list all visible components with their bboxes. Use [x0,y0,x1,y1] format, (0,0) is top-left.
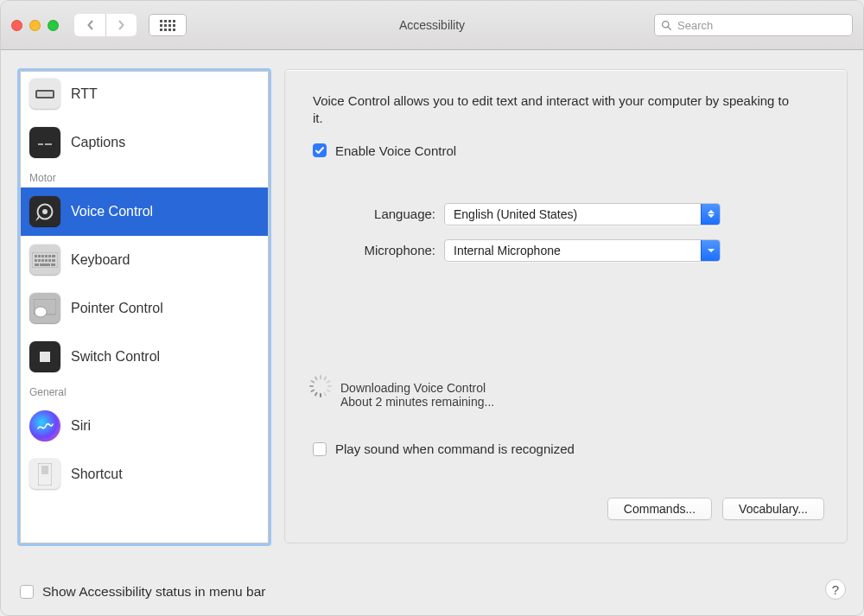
minimize-button[interactable] [29,20,41,31]
search-field[interactable] [654,14,853,36]
sidebar-item-keyboard[interactable]: Keyboard [21,236,268,284]
svg-rect-30 [41,466,48,474]
svg-rect-10 [35,255,37,257]
vocabulary-button[interactable]: Vocabulary... [722,498,824,520]
sidebar-scroll: RTT Captions Motor Voice Control [21,72,268,543]
svg-rect-20 [48,259,51,262]
language-select[interactable]: English (United States) [444,203,721,225]
microphone-select[interactable]: Internal Microphone [444,239,721,262]
content-area: RTT Captions Motor Voice Control [1,50,863,567]
svg-rect-17 [38,259,41,262]
download-title: Downloading Voice Control [340,381,494,395]
sidebar-item-switch-control[interactable]: Switch Control [21,333,268,381]
sidebar-item-label: Switch Control [71,349,160,365]
switch-control-icon [29,341,60,372]
enable-voice-control-checkbox[interactable] [313,143,327,157]
sidebar-item-captions[interactable]: Captions [21,118,268,167]
shortcut-icon [29,459,60,490]
window-controls [11,20,59,31]
chevron-down-icon [701,240,720,261]
rtt-icon [29,79,60,110]
sidebar-section-general: General [21,381,268,402]
svg-rect-14 [48,255,51,257]
footer: Show Accessibility status in menu bar [1,567,863,616]
language-value: English (United States) [454,207,577,221]
checkmark-icon [314,145,325,156]
svg-rect-16 [35,259,37,262]
grid-icon [160,20,175,31]
captions-icon [29,127,60,158]
sidebar-item-label: Captions [71,135,125,150]
svg-rect-22 [35,264,39,266]
svg-rect-12 [41,255,44,257]
chevron-right-icon [118,20,125,30]
sidebar-item-label: Siri [71,418,91,434]
sidebar-item-label: RTT [71,86,98,102]
sidebar-item-shortcut[interactable]: Shortcut [21,450,268,499]
voice-control-settings-form: Language: English (United States) Microp… [313,203,819,262]
pointer-control-icon [29,293,60,324]
detail-panel: Voice Control allows you to edit text an… [284,69,848,543]
sidebar-item-siri[interactable]: Siri [21,402,268,450]
download-eta: About 2 minutes remaining... [340,395,494,409]
chevron-left-icon [86,20,94,30]
nav-back-forward [74,14,137,36]
svg-rect-18 [41,259,44,262]
show-status-label: Show Accessibility status in menu bar [42,584,265,600]
sidebar-item-label: Pointer Control [71,301,163,316]
back-button[interactable] [74,14,105,36]
download-status: Downloading Voice Control About 2 minute… [313,381,494,409]
svg-rect-24 [51,264,55,266]
category-sidebar[interactable]: RTT Captions Motor Voice Control [20,71,269,543]
svg-rect-23 [40,264,50,266]
microphone-value: Internal Microphone [454,244,561,257]
svg-rect-15 [52,255,55,257]
sidebar-item-label: Voice Control [71,204,153,219]
commands-button[interactable]: Commands... [607,498,712,520]
help-button[interactable]: ? [825,579,846,600]
search-icon [661,20,672,31]
close-button[interactable] [11,20,22,31]
svg-rect-5 [38,143,43,145]
voice-control-description: Voice Control allows you to edit text an… [313,92,797,128]
sidebar-item-label: Shortcut [71,467,123,482]
play-sound-label: Play sound when command is recognized [335,441,575,456]
svg-point-8 [42,209,48,214]
sidebar-item-voice-control[interactable]: Voice Control [21,187,268,236]
sidebar-section-motor: Motor [21,167,268,187]
svg-point-26 [35,307,47,317]
svg-rect-3 [37,92,53,97]
keyboard-icon [29,244,60,276]
svg-rect-13 [45,255,48,257]
zoom-button[interactable] [48,20,59,31]
titlebar: Accessibility [1,1,863,50]
svg-line-1 [668,27,670,29]
sidebar-item-rtt[interactable]: RTT [21,72,268,118]
show-all-button[interactable] [149,14,187,36]
language-label: Language: [313,206,435,221]
enable-voice-control-label: Enable Voice Control [335,143,456,158]
sidebar-item-label: Keyboard [71,252,130,268]
forward-button[interactable] [105,14,137,36]
sidebar-item-pointer-control[interactable]: Pointer Control [21,284,268,333]
search-input[interactable] [677,19,846,32]
accessibility-window: Accessibility RTT [0,0,864,616]
svg-rect-4 [35,137,54,149]
spinner-icon [313,382,328,397]
stepper-icon [701,204,720,225]
show-status-checkbox[interactable] [20,585,34,599]
voice-control-icon [29,196,60,227]
svg-rect-6 [45,143,52,145]
siri-icon [29,410,60,441]
microphone-label: Microphone: [313,243,435,257]
play-sound-checkbox[interactable] [313,442,327,456]
svg-rect-28 [40,352,50,362]
svg-rect-19 [45,259,48,262]
svg-rect-11 [38,255,41,257]
svg-rect-21 [52,259,55,262]
